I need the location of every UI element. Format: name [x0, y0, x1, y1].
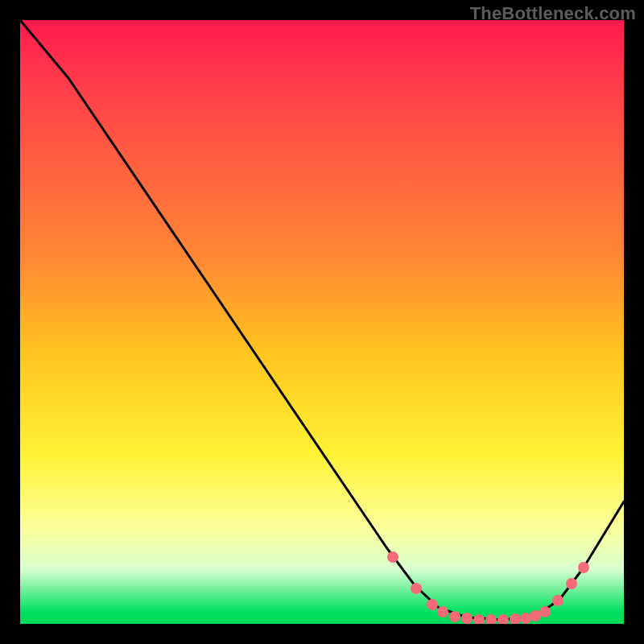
highlight-dot [473, 614, 485, 624]
highlight-dot [520, 613, 531, 624]
highlight-dot [411, 583, 422, 594]
highlight-dot [510, 613, 521, 624]
attribution-text: TheBottleneck.com [470, 3, 636, 24]
highlight-dot [566, 578, 577, 589]
highlight-dot [552, 595, 564, 606]
highlight-dot [427, 599, 438, 610]
highlight-dot [497, 614, 509, 624]
highlight-dot [449, 611, 460, 622]
highlight-dot [387, 551, 398, 563]
highlight-dot [461, 613, 473, 624]
bottleneck-curve-line [20, 20, 624, 620]
highlight-dot [578, 562, 589, 573]
highlight-dots-group [387, 551, 589, 624]
highlight-dot [539, 606, 551, 617]
curve-svg [20, 20, 624, 624]
highlight-dot [485, 614, 497, 624]
chart-frame: TheBottleneck.com [0, 0, 644, 644]
highlight-dot [530, 610, 541, 621]
plot-area [20, 20, 624, 624]
highlight-dot [437, 606, 448, 617]
